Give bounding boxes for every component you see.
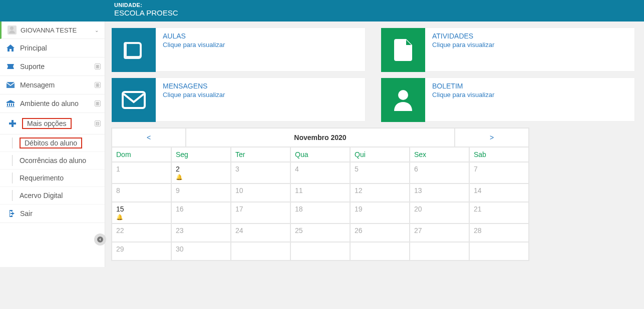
calendar-day-cell[interactable]: 5 — [350, 162, 410, 184]
sidebar-item-label: Mensagem — [20, 81, 99, 89]
calendar-next-button[interactable]: > — [455, 128, 529, 147]
highlight-box: Débitos do aluno — [20, 138, 82, 148]
envelope-icon — [6, 82, 15, 88]
calendar-day-cell[interactable]: 10 — [231, 184, 290, 202]
unit-label: UNIDADE: — [114, 2, 644, 8]
sidebar-item-suporte[interactable]: Suporte ⊞ — [0, 58, 105, 76]
main-content: AULAS Clique para visualizar MENSAGENS C… — [105, 22, 644, 267]
calendar-week-row: 2930 — [112, 242, 529, 260]
card-atividades[interactable]: ATIVIDADES Clique para visualizar — [381, 28, 635, 72]
calendar-day-cell[interactable]: 22 — [112, 224, 171, 242]
calendar-day-cell[interactable]: 2🔔 — [171, 162, 231, 184]
card-title: AULAS — [163, 32, 225, 40]
bell-icon: 🔔 — [176, 174, 226, 180]
calendar-day-cell[interactable]: 27 — [410, 224, 469, 242]
calendar-day-cell[interactable]: 1 — [112, 162, 171, 184]
sidebar-item-ambiente[interactable]: Ambiente do aluno ⊞ — [0, 94, 105, 113]
calendar-day-cell[interactable]: 13 — [410, 184, 469, 202]
file-icon — [381, 28, 425, 72]
sidebar-item-principal[interactable]: Principal — [0, 39, 105, 58]
calendar-day-cell[interactable]: 29 — [112, 242, 171, 260]
svg-rect-3 — [123, 92, 145, 108]
calendar-day-cell[interactable]: 18 — [290, 202, 350, 224]
sidebar-item-label: Principal — [20, 44, 99, 52]
card-aulas[interactable]: AULAS Clique para visualizar — [111, 28, 366, 72]
calendar-day-cell[interactable]: 8 — [112, 184, 171, 202]
calendar-day-cell[interactable]: 6 — [410, 162, 469, 184]
expand-icon[interactable]: ⊞ — [95, 100, 101, 106]
calendar-day-cell[interactable]: 25 — [290, 224, 350, 242]
user-name: GIOVANNA TESTE — [21, 26, 91, 34]
calendar-day-header: Ter — [231, 147, 290, 162]
sidebar-item-mensagem[interactable]: Mensagem ⊞ — [0, 76, 105, 94]
card-boletim[interactable]: BOLETIM Clique para visualizar — [381, 78, 635, 122]
chevron-down-icon: ⌄ — [95, 28, 99, 33]
card-title: BOLETIM — [432, 82, 494, 90]
sidebar-item-label: Mais opções — [27, 120, 67, 128]
calendar-day-cell[interactable]: 16 — [171, 202, 231, 224]
calendar-day-cell[interactable]: 15🔔 — [112, 202, 171, 224]
calendar-day-cell[interactable]: 4 — [290, 162, 350, 184]
bell-icon: 🔔 — [116, 214, 167, 220]
calendar-day-header: Sex — [410, 147, 469, 162]
calendar-day-cell — [350, 242, 410, 260]
tree-line — [12, 190, 13, 201]
sidebar-item-debitos[interactable]: Débitos do aluno — [0, 134, 105, 152]
expand-icon[interactable]: ⊞ — [95, 64, 101, 70]
calendar-week-row: 12🔔34567 — [112, 162, 529, 184]
card-title: MENSAGENS — [163, 82, 225, 90]
calendar-day-cell[interactable]: 21 — [469, 202, 529, 224]
svg-point-4 — [398, 90, 408, 100]
calendar-day-cell[interactable]: 11 — [290, 184, 350, 202]
envelope-icon — [112, 78, 156, 122]
calendar-day-cell[interactable]: 14 — [469, 184, 529, 202]
calendar-day-cell[interactable]: 17 — [231, 202, 290, 224]
expand-icon[interactable]: ⊞ — [95, 82, 101, 88]
highlight-box: Mais opções — [22, 118, 72, 129]
sidebar-item-label: Suporte — [20, 62, 99, 70]
card-mensagens[interactable]: MENSAGENS Clique para visualizar — [111, 78, 366, 122]
calendar-day-cell[interactable]: 19 — [350, 202, 410, 224]
tree-line — [12, 138, 13, 148]
calendar-day-cell[interactable]: 12 — [350, 184, 410, 202]
collapse-icon[interactable]: ⊟ — [95, 120, 101, 126]
calendar-day-header: Sab — [469, 147, 529, 162]
calendar-day-cell[interactable]: 26 — [350, 224, 410, 242]
calendar-week-row: 15🔔161718192021 — [112, 202, 529, 224]
calendar-day-header: Seg — [171, 147, 231, 162]
calendar-prev-button[interactable]: < — [112, 128, 186, 147]
sidebar-item-sair[interactable]: Sair — [0, 204, 105, 223]
calendar-day-cell[interactable]: 28 — [469, 224, 529, 242]
calendar-day-cell — [410, 242, 469, 260]
user-icon — [381, 78, 425, 122]
sidebar-item-label: Sair — [20, 210, 99, 218]
calendar-day-cell[interactable]: 7 — [469, 162, 529, 184]
calendar-title: Novembro 2020 — [186, 128, 455, 147]
svg-rect-1 — [128, 49, 138, 50]
arrow-left-icon — [97, 236, 103, 242]
calendar-day-cell[interactable]: 30 — [171, 242, 231, 260]
card-subtitle: Clique para visualizar — [163, 41, 225, 48]
book-icon — [112, 28, 156, 72]
calendar-week-row: 891011121314 — [112, 184, 529, 202]
calendar-day-cell[interactable]: 24 — [231, 224, 290, 242]
sidebar-item-requerimento[interactable]: Requerimento — [0, 170, 105, 187]
sidebar-item-label: Ocorrências do aluno — [20, 156, 105, 164]
sidebar-collapse-button[interactable] — [94, 234, 106, 246]
home-icon — [6, 44, 15, 52]
calendar-day-cell[interactable]: 23 — [171, 224, 231, 242]
calendar-day-header: Dom — [112, 147, 171, 162]
sidebar-item-mais-opcoes[interactable]: Mais opções ⊟ — [0, 113, 105, 134]
calendar-week-row: 22232425262728 — [112, 224, 529, 242]
topbar: UNIDADE: ESCOLA PROESC — [0, 0, 644, 22]
calendar-day-cell[interactable]: 9 — [171, 184, 231, 202]
sidebar-item-label: Ambiente do aluno — [20, 100, 99, 108]
calendar-day-cell[interactable]: 3 — [231, 162, 290, 184]
sidebar-item-ocorrencias[interactable]: Ocorrências do aluno — [0, 152, 105, 170]
user-menu[interactable]: GIOVANNA TESTE ⌄ — [0, 22, 105, 39]
avatar-icon — [8, 26, 17, 34]
sidebar-item-acervo[interactable]: Acervo Digital — [0, 187, 105, 204]
tree-line — [12, 172, 13, 184]
sidebar-item-label: Débitos do aluno — [25, 139, 77, 147]
calendar-day-cell[interactable]: 20 — [410, 202, 469, 224]
